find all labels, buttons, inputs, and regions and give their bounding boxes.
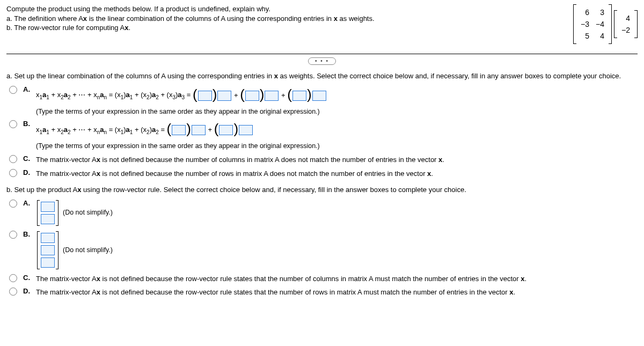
answer-box[interactable] [292,91,306,101]
prompt-line2b: is the linear combination of the columns… [87,14,334,23]
prompt-line3a: b. The row-vector rule for computing A [6,24,125,32]
prompt-line1: Compute the product using the methods be… [6,5,270,13]
answer-box[interactable] [41,257,55,268]
answer-box[interactable] [41,245,55,255]
radio-a-B[interactable] [9,120,17,128]
matrix-answer-3x1 [37,231,58,269]
answer-box[interactable] [41,214,55,224]
answer-box[interactable] [192,125,206,135]
radio-b-B[interactable] [9,231,17,239]
label-b-A: A. [23,199,32,207]
prompt-line2c: as weights. [338,14,375,23]
choice-a-B-formula: x1a1 + x2a2 + ⋯ + xnan = (x1)a1 + (x2)a2… [36,126,167,134]
label-b-B: B. [23,230,32,238]
matrix-answer-2x1 [37,200,58,226]
answer-box[interactable] [41,202,55,212]
hint-b-B: (Do not simplify.) [63,245,113,255]
prompt-line2a: a. The definition where A [6,14,83,23]
hint-a-B: (Type the terms of your expression in th… [36,142,320,150]
answer-box[interactable] [217,91,231,101]
label-b-D: D. [23,287,32,295]
expand-pill[interactable]: • • • [308,57,336,65]
choice-a-A-formula: x1a1 + x2a2 + ⋯ + xnan = (x1)a1 + (x2)a2… [36,91,193,99]
radio-b-A[interactable] [9,200,17,208]
radio-a-A[interactable] [9,86,17,94]
label-b-C: C. [23,274,32,282]
matrix-A: 63 −3−4 54 [573,4,612,44]
answer-box[interactable] [172,125,186,135]
label-a-D: D. [23,168,32,176]
label-a-A: A. [23,85,32,93]
label-a-B: B. [23,120,32,128]
matrix-expression: 63 −3−4 54 4 −2 [573,4,638,44]
part-a-prompt: a. Set up the linear combination of the … [6,71,638,81]
choice-b-D-text: The matrix-vector Ax is not defined beca… [36,287,638,298]
radio-a-D[interactable] [9,169,17,177]
label-a-C: C. [23,154,32,163]
answer-box[interactable] [219,125,233,135]
choice-b-C-text: The matrix-vector Ax is not defined beca… [36,274,638,284]
answer-box[interactable] [239,125,253,135]
vector-x: 4 −2 [614,10,638,38]
hint-a-A: (Type the terms of your expression in th… [36,108,320,115]
choice-a-C-text: The matrix-vector Ax is not defined beca… [36,154,638,165]
answer-box[interactable] [265,91,279,101]
radio-b-D[interactable] [9,288,17,296]
prompt-line3b: . [128,24,130,32]
answer-box[interactable] [41,233,55,243]
answer-box[interactable] [245,91,259,101]
answer-box[interactable] [312,91,326,101]
choice-a-D-text: The matrix-vector Ax is not defined beca… [36,168,638,179]
radio-b-C[interactable] [9,274,17,282]
x-bold-2: x [334,14,338,23]
x-bold: x [83,14,87,23]
divider [6,54,638,54]
question-prompt: Compute the product using the methods be… [6,4,375,33]
radio-a-C[interactable] [9,155,17,163]
answer-box[interactable] [198,91,212,101]
hint-b-A: (Do not simplify.) [63,208,113,218]
part-b-prompt: b. Set up the product Ax using the row-v… [6,185,638,195]
